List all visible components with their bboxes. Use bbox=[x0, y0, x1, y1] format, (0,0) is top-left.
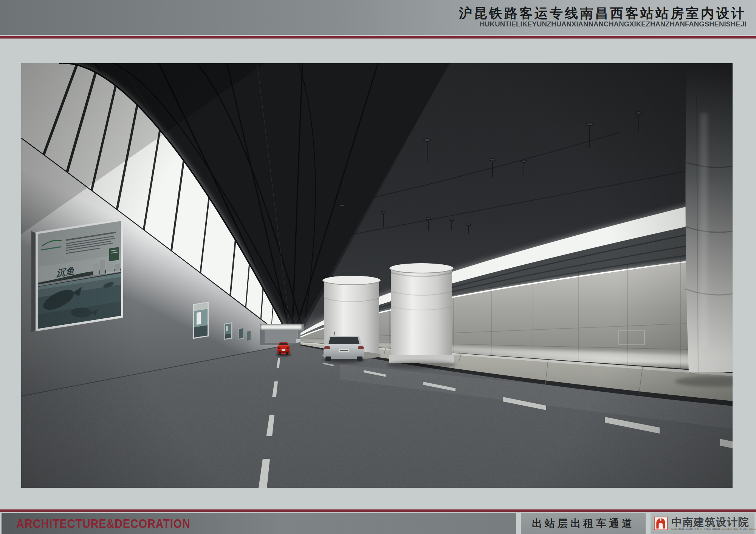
header: 沪昆铁路客运专线南昌西客站站房室内设计 HUKUNTIELIKEYUNZHUAN… bbox=[0, 0, 756, 35]
tunnel-scene: 沉鱼 bbox=[21, 63, 733, 488]
brand-text: ARCHITECTURE&DECORATION bbox=[2, 516, 191, 531]
logo-name-cn: 中南建筑设计院 bbox=[671, 517, 756, 528]
design-institute-logo-box: 中南建筑设计院 CENTRAL-SOUTH ARCHITECTURAL DESI… bbox=[651, 513, 754, 534]
design-institute-logo-icon bbox=[654, 517, 668, 530]
drawing-caption: 出站层出租车通道 bbox=[532, 517, 635, 530]
logo-name-en: CENTRAL-SOUTH ARCHITECTURAL DESIGN INSTI… bbox=[671, 528, 756, 530]
rendering-image: 沉鱼 bbox=[21, 63, 733, 488]
page-subtitle: HUKUNTIELIKEYUNZHUANXIANNANCHANGXIKEZHAN… bbox=[480, 20, 756, 28]
page-title: 沪昆铁路客运专线南昌西客站站房室内设计 bbox=[459, 6, 756, 20]
drawing-caption-box: 出站层出租车通道 bbox=[521, 513, 646, 534]
footer-brand-box: ARCHITECTURE&DECORATION bbox=[2, 513, 516, 534]
presentation-board: 沪昆铁路客运专线南昌西客站站房室内设计 HUKUNTIELIKEYUNZHUAN… bbox=[0, 0, 756, 534]
footer: ARCHITECTURE&DECORATION 出站层出租车通道 中南建筑设计院… bbox=[0, 513, 756, 534]
header-divider-red bbox=[0, 36, 756, 39]
